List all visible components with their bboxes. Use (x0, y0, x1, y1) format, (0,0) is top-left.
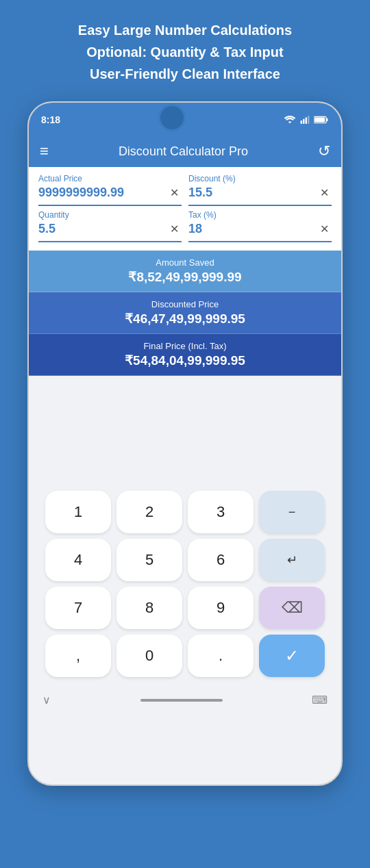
actual-price-clear[interactable]: ✕ (167, 185, 182, 201)
svg-rect-1 (303, 119, 304, 124)
promo-line3: User-Friendly Clean Interface (78, 63, 292, 85)
svg-rect-3 (308, 116, 309, 124)
key-confirm[interactable]: ✓ (259, 635, 325, 677)
app-bar: ≡ Discount Calculator Pro ↺ (29, 136, 341, 167)
menu-icon[interactable]: ≡ (40, 142, 49, 160)
actual-price-group: Actual Price 9999999999.99 ✕ (38, 174, 182, 206)
nav-keyboard-icon: ⌨ (312, 693, 328, 706)
svg-rect-0 (301, 120, 302, 124)
tax-value[interactable]: 18 (188, 222, 202, 236)
refresh-icon[interactable]: ↺ (318, 142, 330, 160)
quantity-value[interactable]: 5.5 (38, 222, 56, 236)
key-row-2: 4 5 6 ↵ (36, 539, 334, 581)
final-price-row: Final Price (Incl. Tax) ₹54,84,04,99,999… (29, 334, 341, 376)
status-icons (284, 115, 329, 125)
amount-saved-row: Amount Saved ₹8,52,49,99,999.99 (29, 251, 341, 292)
app-title: Discount Calculator Pro (56, 144, 311, 159)
key-9[interactable]: 9 (188, 587, 254, 629)
status-bar: 8:18 (29, 103, 341, 136)
promo-section: Easy Large Number Calculations Optional:… (58, 12, 312, 92)
actual-price-value[interactable]: 9999999999.99 (38, 186, 124, 200)
final-price-value: ₹54,84,04,99,999.95 (40, 353, 330, 368)
nav-bar: ∨ ⌨ (29, 689, 341, 713)
key-1[interactable]: 1 (45, 491, 111, 533)
quantity-label: Quantity (38, 210, 182, 220)
discounted-value: ₹46,47,49,99,999.95 (40, 311, 330, 327)
camera-notch (158, 104, 186, 131)
key-comma[interactable]: , (45, 635, 111, 677)
tax-value-row: 18 ✕ (188, 221, 332, 237)
input-area: Actual Price 9999999999.99 ✕ Discount (%… (29, 167, 341, 251)
svg-rect-6 (314, 117, 325, 122)
key-delete[interactable]: ⌫ (259, 587, 325, 629)
nav-chevron-icon: ∨ (42, 693, 51, 706)
amount-saved-label: Amount Saved (40, 257, 330, 268)
battery-icon (314, 116, 329, 124)
keyboard: 1 2 3 − 4 5 6 ↵ 7 8 9 ⌫ , 0 . ✓ (29, 485, 341, 689)
tax-clear[interactable]: ✕ (317, 221, 332, 237)
discounted-label: Discounted Price (40, 299, 330, 309)
final-price-label: Final Price (Incl. Tax) (40, 341, 330, 351)
key-enter[interactable]: ↵ (259, 539, 325, 581)
key-dot[interactable]: . (188, 635, 254, 677)
key-3[interactable]: 3 (188, 491, 254, 533)
empty-area (29, 376, 341, 485)
key-row-3: 7 8 9 ⌫ (36, 587, 334, 629)
quantity-value-row: 5.5 ✕ (38, 221, 182, 237)
promo-line2: Optional: Quantity & Tax Input (78, 41, 292, 63)
discount-value[interactable]: 15.5 (188, 186, 212, 200)
key-minus[interactable]: − (259, 491, 325, 533)
discount-value-row: 15.5 ✕ (188, 185, 332, 201)
svg-rect-5 (326, 118, 328, 122)
quantity-group: Quantity 5.5 ✕ (38, 210, 182, 242)
phone-frame: 8:18 ≡ Discoun (27, 101, 343, 786)
amount-saved-value: ₹8,52,49,99,999.99 (40, 269, 330, 285)
svg-rect-2 (306, 118, 307, 124)
signal-icon (300, 115, 310, 125)
promo-line1: Easy Large Number Calculations (78, 19, 292, 41)
results-area: Amount Saved ₹8,52,49,99,999.99 Discount… (29, 251, 341, 376)
key-5[interactable]: 5 (116, 539, 182, 581)
discount-label: Discount (%) (188, 174, 332, 183)
tax-label: Tax (%) (188, 210, 332, 220)
key-4[interactable]: 4 (45, 539, 111, 581)
key-2[interactable]: 2 (116, 491, 182, 533)
key-8[interactable]: 8 (116, 587, 182, 629)
tax-group: Tax (%) 18 ✕ (188, 210, 332, 242)
quantity-clear[interactable]: ✕ (167, 221, 182, 237)
nav-home-bar (140, 699, 223, 702)
input-row-2: Quantity 5.5 ✕ Tax (%) 18 ✕ (38, 210, 332, 242)
discount-group: Discount (%) 15.5 ✕ (188, 174, 332, 206)
actual-price-value-row: 9999999999.99 ✕ (38, 185, 182, 201)
input-row-1: Actual Price 9999999999.99 ✕ Discount (%… (38, 174, 332, 206)
actual-price-label: Actual Price (38, 174, 182, 183)
key-row-4: , 0 . ✓ (36, 635, 334, 677)
key-0[interactable]: 0 (116, 635, 182, 677)
status-time: 8:18 (41, 114, 60, 125)
key-7[interactable]: 7 (45, 587, 111, 629)
wifi-icon (284, 115, 296, 125)
discounted-price-row: Discounted Price ₹46,47,49,99,999.95 (29, 292, 341, 334)
key-row-1: 1 2 3 − (36, 491, 334, 533)
key-6[interactable]: 6 (188, 539, 254, 581)
discount-clear[interactable]: ✕ (317, 185, 332, 201)
